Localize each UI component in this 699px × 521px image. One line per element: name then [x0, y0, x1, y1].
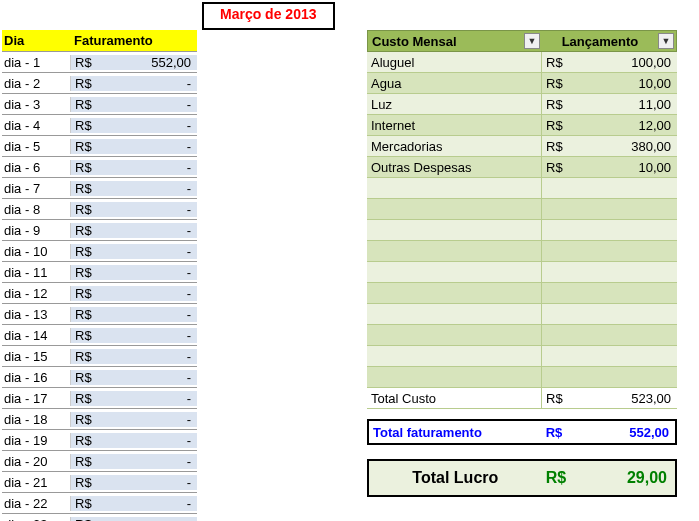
lancamento-cell[interactable]	[542, 325, 677, 345]
table-row	[367, 283, 677, 304]
custo-label[interactable]: Internet	[367, 115, 542, 135]
faturamento-cell[interactable]: R$-	[70, 139, 197, 154]
lancamento-cell[interactable]	[542, 241, 677, 261]
lancamento-cell[interactable]	[542, 367, 677, 387]
lancamento-value: 380,00	[631, 139, 671, 154]
currency-label: R$	[546, 97, 563, 112]
faturamento-cell[interactable]: R$-	[70, 349, 197, 364]
custo-label[interactable]: Aluguel	[367, 52, 542, 72]
faturamento-cell[interactable]: R$-	[70, 412, 197, 427]
faturamento-cell[interactable]: R$-	[70, 433, 197, 448]
custo-label[interactable]: Mercadorias	[367, 136, 542, 156]
custo-label[interactable]	[367, 304, 542, 324]
filter-dropdown-icon[interactable]: ▼	[524, 33, 540, 49]
dia-label: dia - 12	[2, 286, 70, 301]
header-custo-mensal: Custo Mensal	[372, 34, 457, 49]
lancamento-cell[interactable]	[542, 346, 677, 366]
faturamento-cell[interactable]: R$-	[70, 328, 197, 343]
faturamento-cell[interactable]: R$-	[70, 265, 197, 280]
faturamento-cell[interactable]: R$-	[70, 370, 197, 385]
custo-label[interactable]: Outras Despesas	[367, 157, 542, 177]
faturamento-cell[interactable]: R$-	[70, 97, 197, 112]
custo-label[interactable]	[367, 220, 542, 240]
faturamento-cell[interactable]: R$-	[70, 496, 197, 511]
lancamento-cell[interactable]: R$100,00	[542, 52, 677, 72]
faturamento-cell[interactable]: R$-	[70, 391, 197, 406]
currency-label: R$	[75, 496, 92, 511]
table-row: dia - 5R$-	[2, 136, 197, 157]
faturamento-cell[interactable]: R$-	[70, 223, 197, 238]
currency-label: R$	[546, 391, 563, 406]
faturamento-cell[interactable]: R$-	[70, 244, 197, 259]
lancamento-cell[interactable]: R$10,00	[542, 157, 677, 177]
faturamento-value: -	[187, 265, 191, 280]
faturamento-value: -	[187, 97, 191, 112]
lancamento-cell[interactable]: R$380,00	[542, 136, 677, 156]
custo-label[interactable]: Agua	[367, 73, 542, 93]
custo-label[interactable]	[367, 262, 542, 282]
total-custo-value: 523,00	[631, 391, 671, 406]
table-row: dia - 20R$-	[2, 451, 197, 472]
custo-label[interactable]: Luz	[367, 94, 542, 114]
custo-label[interactable]	[367, 178, 542, 198]
lancamento-value: 11,00	[638, 97, 671, 112]
currency-label: R$	[75, 97, 92, 112]
faturamento-cell[interactable]: R$-	[70, 181, 197, 196]
currency-label: R$	[546, 55, 563, 70]
dia-label: dia - 6	[2, 160, 70, 175]
faturamento-value: -	[187, 412, 191, 427]
dia-label: dia - 11	[2, 265, 70, 280]
custo-label[interactable]	[367, 367, 542, 387]
lancamento-cell[interactable]: R$10,00	[542, 73, 677, 93]
table-row: dia - 16R$-	[2, 367, 197, 388]
dia-label: dia - 5	[2, 139, 70, 154]
currency-label: R$	[546, 469, 566, 487]
faturamento-value: -	[187, 223, 191, 238]
custo-label[interactable]	[367, 241, 542, 261]
custo-label[interactable]	[367, 325, 542, 345]
currency-label: R$	[75, 181, 92, 196]
faturamento-value: -	[187, 160, 191, 175]
custo-label[interactable]	[367, 199, 542, 219]
custo-label[interactable]	[367, 346, 542, 366]
dia-label: dia - 13	[2, 307, 70, 322]
table-row: AguaR$10,00	[367, 73, 677, 94]
faturamento-cell[interactable]: R$-	[70, 454, 197, 469]
table-row: dia - 6R$-	[2, 157, 197, 178]
faturamento-cell[interactable]: R$-	[70, 118, 197, 133]
currency-label: R$	[546, 425, 563, 440]
lancamento-cell[interactable]: R$12,00	[542, 115, 677, 135]
faturamento-cell[interactable]: R$-	[70, 307, 197, 322]
faturamento-cell[interactable]: R$-	[70, 76, 197, 91]
lancamento-cell[interactable]	[542, 262, 677, 282]
lancamento-cell[interactable]: R$11,00	[542, 94, 677, 114]
custo-label[interactable]	[367, 283, 542, 303]
lancamento-cell[interactable]	[542, 283, 677, 303]
dia-label: dia - 15	[2, 349, 70, 364]
table-row: dia - 1R$552,00	[2, 52, 197, 73]
lancamento-cell[interactable]	[542, 199, 677, 219]
filter-dropdown-icon[interactable]: ▼	[658, 33, 674, 49]
lancamento-value: 12,00	[638, 118, 671, 133]
currency-label: R$	[75, 160, 92, 175]
lancamento-cell[interactable]	[542, 220, 677, 240]
currency-label: R$	[75, 76, 92, 91]
lancamento-value: 10,00	[638, 160, 671, 175]
lancamento-cell[interactable]	[542, 304, 677, 324]
lancamento-cell[interactable]	[542, 178, 677, 198]
header-lancamento: Lançamento	[542, 34, 658, 49]
dia-label: dia - 1	[2, 55, 70, 70]
table-row: dia - 3R$-	[2, 94, 197, 115]
faturamento-cell[interactable]: R$-	[70, 160, 197, 175]
faturamento-cell[interactable]: R$552,00	[70, 55, 197, 70]
currency-label: R$	[75, 517, 92, 522]
faturamento-cell[interactable]: R$-	[70, 475, 197, 490]
table-row: Outras DespesasR$10,00	[367, 157, 677, 178]
dia-label: dia - 8	[2, 202, 70, 217]
faturamento-cell[interactable]: R$-	[70, 202, 197, 217]
faturamento-cell[interactable]: R$-	[70, 517, 197, 522]
table-row: MercadoriasR$380,00	[367, 136, 677, 157]
faturamento-cell[interactable]: R$-	[70, 286, 197, 301]
currency-label: R$	[75, 349, 92, 364]
currency-label: R$	[546, 160, 563, 175]
